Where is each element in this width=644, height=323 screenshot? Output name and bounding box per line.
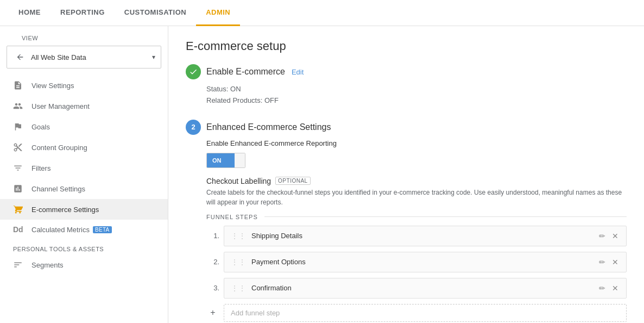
funnel-step-row-3: 3. ⋮⋮ Confirmation ✏ ✕	[206, 278, 627, 299]
toggle-off-area	[235, 153, 245, 167]
view-dropdown-arrow: ▾	[152, 53, 155, 61]
sidebar-item-content-grouping[interactable]: Content Grouping	[0, 137, 168, 158]
toggle-label: Enable Enhanced E-commerce Reporting	[206, 139, 627, 147]
funnel-steps-header: FUNNEL STEPS	[206, 214, 627, 220]
chart-icon	[13, 184, 25, 194]
step-name-2: Payment Options	[251, 258, 594, 266]
sidebar-item-label: View Settings	[31, 82, 74, 90]
step1-title: Enable E-commerce	[206, 67, 285, 77]
checkout-label-desc: Create labels for the checkout-funnel st…	[206, 188, 627, 207]
checkout-label-title: Checkout Labelling OPTIONAL	[206, 177, 627, 185]
toggle-on-label: ON	[207, 153, 235, 167]
step-name-1: Shipping Details	[251, 232, 594, 240]
top-navigation: HOME REPORTING CUSTOMISATION ADMIN	[0, 0, 644, 26]
sidebar-item-label: Content Grouping	[31, 144, 87, 152]
sidebar: VIEW All Web Site Data ▾ View Settings U…	[0, 26, 168, 323]
step1-circle	[186, 64, 201, 79]
sidebar-item-goals[interactable]: Goals	[0, 116, 168, 137]
add-plus: +	[206, 308, 219, 318]
sidebar-item-user-management[interactable]: User Management	[0, 96, 168, 116]
funnel-step-box-2: ⋮⋮ Payment Options ✏ ✕	[224, 252, 627, 272]
funnel-step-box-1: ⋮⋮ Shipping Details ✏ ✕	[224, 226, 627, 246]
view-dropdown-text: All Web Site Data	[31, 53, 152, 61]
step1-meta: Status: ON Related Products: OFF	[206, 84, 627, 107]
funnel-steps-label: FUNNEL STEPS	[206, 214, 258, 220]
drag-handle-1[interactable]: ⋮⋮	[231, 232, 246, 240]
step-actions-1: ✏ ✕	[598, 231, 620, 241]
checkout-labelling-section: Checkout Labelling OPTIONAL Create label…	[206, 177, 627, 322]
checkout-label-text: Checkout Labelling	[206, 177, 271, 185]
step1-related-products: Related Products: OFF	[206, 95, 627, 107]
enhanced-ecommerce-toggle[interactable]: ON	[206, 153, 245, 168]
sidebar-item-label: Goals	[31, 123, 50, 131]
sidebar-item-calculated-metrics[interactable]: Dd Calculated Metrics BETA	[0, 220, 168, 239]
step-actions-2: ✏ ✕	[598, 257, 620, 268]
sidebar-item-label: Segments	[31, 261, 64, 269]
nav-item-customisation[interactable]: CUSTOMISATION	[115, 0, 196, 26]
edit-step-3-button[interactable]: ✏	[598, 283, 607, 294]
toggle-container: ON	[206, 153, 627, 168]
funnel-step-box-3: ⋮⋮ Confirmation ✏ ✕	[224, 278, 627, 299]
add-step-row: + Add funnel step	[206, 304, 627, 322]
step2-circle: 2	[186, 120, 201, 135]
sidebar-item-label: Calculated Metrics	[31, 226, 90, 234]
remove-step-3-button[interactable]: ✕	[611, 283, 620, 294]
flag-icon	[13, 122, 25, 132]
funnel-step-number-3: 3.	[206, 284, 219, 292]
sidebar-item-channel-settings[interactable]: Channel Settings	[0, 178, 168, 199]
view-label: VIEW	[0, 30, 168, 44]
edit-step-2-button[interactable]: ✏	[598, 257, 607, 268]
remove-step-1-button[interactable]: ✕	[611, 231, 620, 241]
page-title: E-commerce setup	[186, 39, 627, 53]
drag-handle-2[interactable]: ⋮⋮	[231, 258, 246, 266]
dd-icon: Dd	[13, 225, 25, 234]
step2-title: Enhanced E-commerce Settings	[206, 122, 331, 132]
back-button[interactable]	[12, 49, 28, 65]
step-name-3: Confirmation	[251, 284, 594, 292]
sidebar-item-label: Channel Settings	[31, 185, 85, 193]
view-dropdown[interactable]: All Web Site Data ▾	[7, 46, 161, 69]
sidebar-item-segments[interactable]: Segments	[0, 254, 168, 275]
main-layout: VIEW All Web Site Data ▾ View Settings U…	[0, 26, 644, 323]
add-funnel-step-input[interactable]: Add funnel step	[224, 304, 627, 322]
sidebar-item-label: E-commerce Settings	[31, 206, 99, 214]
funnel-step-row-1: 1. ⋮⋮ Shipping Details ✏ ✕	[206, 226, 627, 246]
remove-step-2-button[interactable]: ✕	[611, 257, 620, 268]
optional-badge: OPTIONAL	[275, 177, 311, 185]
sidebar-item-filters[interactable]: Filters	[0, 158, 168, 178]
scissors-icon	[13, 142, 25, 152]
sidebar-item-view-settings[interactable]: View Settings	[0, 75, 168, 96]
nav-item-reporting[interactable]: REPORTING	[50, 0, 115, 26]
sidebar-item-label: User Management	[31, 102, 90, 110]
step2-header: 2 Enhanced E-commerce Settings	[186, 120, 627, 135]
funnel-step-number-1: 1.	[206, 232, 219, 240]
drag-handle-3[interactable]: ⋮⋮	[231, 284, 246, 293]
sidebar-item-label: Filters	[31, 164, 50, 172]
step2-section: 2 Enhanced E-commerce Settings Enable En…	[186, 120, 627, 322]
beta-badge: BETA	[93, 226, 112, 233]
step1-header: Enable E-commerce Edit	[186, 64, 627, 79]
funnel-step-number-2: 2.	[206, 258, 219, 266]
step1-edit-link[interactable]: Edit	[292, 68, 304, 76]
nav-item-home[interactable]: HOME	[9, 0, 50, 26]
nav-item-admin[interactable]: ADMIN	[196, 0, 240, 26]
cart-icon	[13, 204, 25, 214]
sidebar-item-ecommerce-settings[interactable]: E-commerce Settings	[0, 199, 168, 220]
step1-status: Status: ON	[206, 84, 627, 95]
main-content: E-commerce setup Enable E-commerce Edit …	[168, 26, 644, 323]
edit-step-1-button[interactable]: ✏	[598, 231, 607, 241]
step-actions-3: ✏ ✕	[598, 283, 620, 294]
filter-icon	[13, 163, 25, 173]
segments-icon	[13, 260, 25, 270]
funnel-step-row-2: 2. ⋮⋮ Payment Options ✏ ✕	[206, 252, 627, 272]
personal-section-label: PERSONAL TOOLS & ASSETS	[0, 239, 168, 254]
file-icon	[13, 80, 25, 90]
users-icon	[13, 101, 25, 111]
step1-section: Enable E-commerce Edit Status: ON Relate…	[186, 64, 627, 107]
